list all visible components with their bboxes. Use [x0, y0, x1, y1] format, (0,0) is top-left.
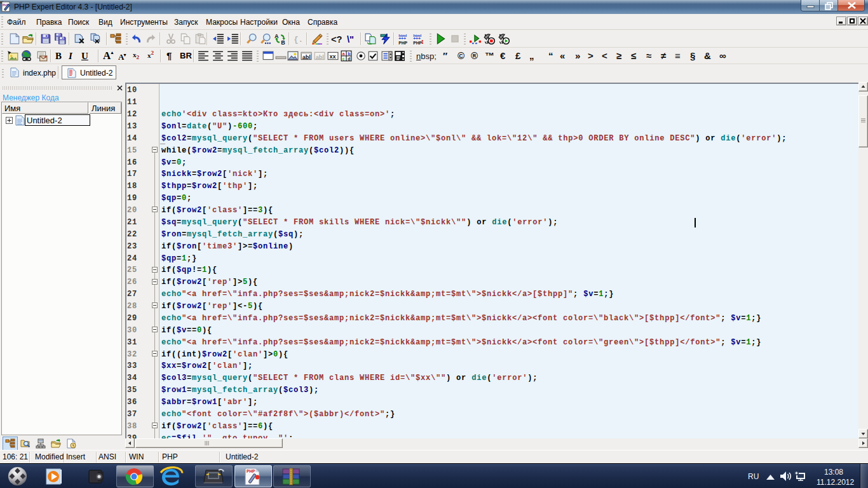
svg-text:c: c	[342, 57, 345, 61]
svg-text:d: d	[348, 57, 350, 61]
svg-text:\": \"	[347, 34, 354, 44]
svg-text:B: B	[281, 39, 285, 44]
svg-text:a: a	[342, 51, 345, 56]
svg-text:PHP: PHP	[413, 41, 422, 44]
svg-text:b: b	[348, 51, 350, 56]
svg-text:abl: abl	[316, 54, 324, 60]
svg-text:{..}: {..}	[294, 36, 304, 44]
svg-text:xx: xx	[329, 53, 336, 60]
svg-text:PHP: PHP	[247, 469, 255, 473]
svg-text:abl: abl	[302, 54, 311, 60]
svg-text:<?: <?	[331, 34, 342, 44]
svg-text:PHP: PHP	[398, 41, 407, 44]
